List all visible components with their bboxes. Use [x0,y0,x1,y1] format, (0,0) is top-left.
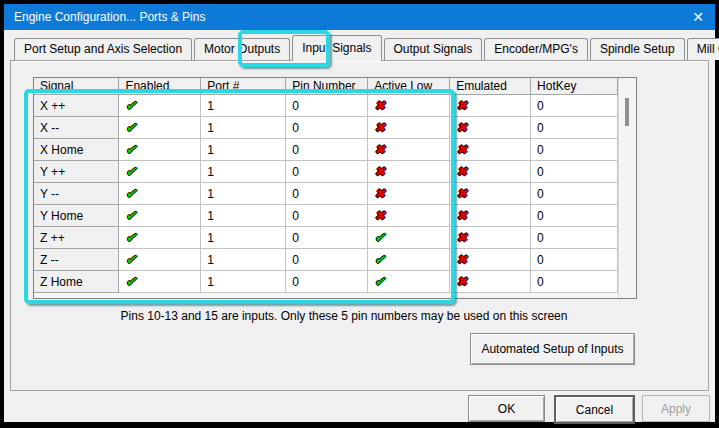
pin-number-cell[interactable]: 0 [286,271,368,293]
emulated-cell[interactable]: ✖ [450,227,531,249]
green-check-icon: ✔ [125,187,136,200]
pin-number-cell[interactable]: 0 [286,95,368,117]
enabled-cell[interactable]: ✔ [119,271,201,293]
hotkey-cell[interactable]: 0 [531,117,618,139]
enabled-cell[interactable]: ✔ [119,161,201,183]
port--cell[interactable]: 1 [201,139,286,161]
pin-number-cell[interactable]: 0 [286,249,368,271]
automated-setup-button[interactable]: Automated Setup of Inputs [470,333,635,365]
hotkey-cell[interactable]: 0 [531,95,618,117]
ok-button[interactable]: OK [468,395,545,422]
port--cell[interactable]: 1 [201,227,286,249]
pin-number-cell[interactable]: 0 [286,117,368,139]
tab-encoder-mpg-s[interactable]: Encoder/MPG's [484,38,588,60]
signals-table: SignalEnabledPort #Pin NumberActive LowE… [34,78,618,293]
tab-spindle-setup[interactable]: Spindle Setup [590,38,685,60]
enabled-cell[interactable]: ✔ [119,117,201,139]
port--cell[interactable]: 1 [201,95,286,117]
apply-button: Apply [642,395,710,422]
hotkey-cell[interactable]: 0 [531,249,618,271]
red-cross-icon: ✖ [374,165,385,178]
enabled-cell[interactable]: ✔ [119,95,201,117]
hotkey-cell[interactable]: 0 [531,183,618,205]
pin-number-cell[interactable]: 0 [286,227,368,249]
red-cross-icon: ✖ [456,209,467,222]
port--cell[interactable]: 1 [201,271,286,293]
signal-name-cell: X ++ [34,95,119,117]
enabled-cell[interactable]: ✔ [119,249,201,271]
cancel-button[interactable]: Cancel [554,395,635,424]
tab-motor-outputs[interactable]: Motor Outputs [194,38,290,60]
table-row: Y --✔10✖✖0 [34,183,618,205]
header-row: SignalEnabledPort #Pin NumberActive LowE… [34,78,618,95]
hotkey-cell[interactable]: 0 [531,205,618,227]
pin-note: Pins 10-13 and 15 are inputs. Only these… [44,309,644,323]
column-header-hotkey: HotKey [531,78,618,95]
red-cross-icon: ✖ [374,187,385,200]
green-check-icon: ✔ [125,275,136,288]
table-row: X --✔10✖✖0 [34,117,618,139]
signal-name-cell: Y ++ [34,161,119,183]
emulated-cell[interactable]: ✖ [450,95,531,117]
signal-name-cell: X -- [34,117,119,139]
port--cell[interactable]: 1 [201,161,286,183]
emulated-cell[interactable]: ✖ [450,183,531,205]
signal-name-cell: X Home [34,139,119,161]
signal-name-cell: Z ++ [34,227,119,249]
hotkey-cell[interactable]: 0 [531,271,618,293]
active-low-cell[interactable]: ✖ [368,117,450,139]
table-row: Z --✔10✔✖0 [34,249,618,271]
table-row: Y Home✔10✖✖0 [34,205,618,227]
pin-number-cell[interactable]: 0 [286,139,368,161]
enabled-cell[interactable]: ✔ [119,227,201,249]
tab-output-signals[interactable]: Output Signals [384,38,483,60]
active-low-cell[interactable]: ✔ [368,249,450,271]
tab-input-signals[interactable]: Input Signals [292,35,381,61]
port--cell[interactable]: 1 [201,183,286,205]
signal-name-cell: Z Home [34,271,119,293]
enabled-cell[interactable]: ✔ [119,183,201,205]
hotkey-cell[interactable]: 0 [531,139,618,161]
port--cell[interactable]: 1 [201,205,286,227]
emulated-cell[interactable]: ✖ [450,139,531,161]
port--cell[interactable]: 1 [201,117,286,139]
enabled-cell[interactable]: ✔ [119,205,201,227]
hotkey-cell[interactable]: 0 [531,227,618,249]
active-low-cell[interactable]: ✖ [368,139,450,161]
tab-port-setup-and-axis-selection[interactable]: Port Setup and Axis Selection [14,38,192,60]
red-cross-icon: ✖ [456,253,467,266]
pin-number-cell[interactable]: 0 [286,161,368,183]
close-button[interactable]: ✕ [681,4,715,30]
hotkey-cell[interactable]: 0 [531,161,618,183]
emulated-cell[interactable]: ✖ [450,249,531,271]
vertical-scrollbar[interactable] [618,78,636,298]
red-cross-icon: ✖ [456,165,467,178]
active-low-cell[interactable]: ✔ [368,271,450,293]
active-low-cell[interactable]: ✖ [368,183,450,205]
green-check-icon: ✔ [374,231,385,244]
active-low-cell[interactable]: ✖ [368,95,450,117]
green-check-icon: ✔ [125,209,136,222]
tab-mill-options[interactable]: Mill Options [687,38,719,60]
red-cross-icon: ✖ [374,209,385,222]
port--cell[interactable]: 1 [201,249,286,271]
table-row: X ++✔10✖✖0 [34,95,618,117]
emulated-cell[interactable]: ✖ [450,205,531,227]
red-cross-icon: ✖ [374,99,385,112]
pin-number-cell[interactable]: 0 [286,183,368,205]
signals-grid: SignalEnabledPort #Pin NumberActive LowE… [33,77,637,299]
table-row: Z ++✔10✔✖0 [34,227,618,249]
scrollbar-thumb[interactable] [625,98,629,126]
emulated-cell[interactable]: ✖ [450,271,531,293]
red-cross-icon: ✖ [456,187,467,200]
emulated-cell[interactable]: ✖ [450,161,531,183]
emulated-cell[interactable]: ✖ [450,117,531,139]
column-header-signal: Signal [34,78,119,95]
green-check-icon: ✔ [125,165,136,178]
green-check-icon: ✔ [125,143,136,156]
active-low-cell[interactable]: ✖ [368,205,450,227]
active-low-cell[interactable]: ✔ [368,227,450,249]
enabled-cell[interactable]: ✔ [119,139,201,161]
active-low-cell[interactable]: ✖ [368,161,450,183]
pin-number-cell[interactable]: 0 [286,205,368,227]
